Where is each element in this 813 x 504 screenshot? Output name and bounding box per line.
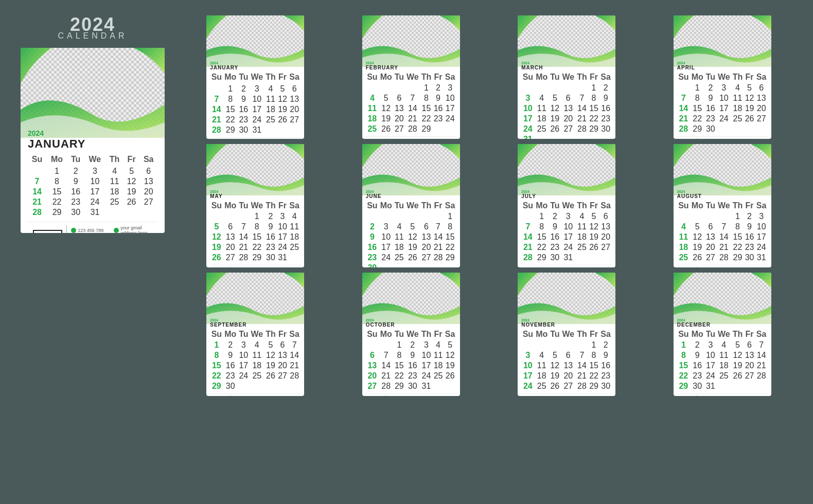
day-cell: 29 <box>731 253 744 263</box>
day-cell: 24 <box>716 114 731 124</box>
day-cell: 13 <box>223 232 238 242</box>
month-card-february: 2024FEBRUARYSuMoTuWeThFrSa12345678910111… <box>362 15 460 139</box>
day-cell: 1 <box>420 83 432 93</box>
day-cell: 26 <box>210 253 223 263</box>
day-cell: 27 <box>705 253 717 263</box>
footer-divider-small <box>697 395 697 396</box>
day-cell: 23 <box>599 114 612 124</box>
day-header: Sa <box>288 71 301 83</box>
day-cell: 6 <box>599 211 612 222</box>
footer-divider-small <box>541 267 542 267</box>
day-cell: 19 <box>444 361 456 371</box>
small-cal-content: 2024MARCHSuMoTuWeThFrSa12345678910111213… <box>518 59 615 139</box>
small-email: your gmail address here <box>733 395 765 396</box>
day-cell: 6 <box>366 350 379 361</box>
day-cell: 2 <box>238 84 250 94</box>
day-cell: 25 <box>250 371 264 381</box>
small-email: your gmail address here <box>577 267 609 267</box>
day-cell: 24 <box>250 115 264 125</box>
day-cell <box>277 381 288 391</box>
day-cell: 11 <box>677 232 690 242</box>
day-cell: 6 <box>139 166 157 176</box>
small-contact: 123 456 789 your office address here <box>388 395 419 396</box>
small-phone-text: 123 456 789 <box>392 138 406 139</box>
small-grid: SuMoTuWeThFrSa12345678910111213141516171… <box>677 200 768 263</box>
day-header: Sa <box>288 200 301 211</box>
month-card-august: 2024AUGUSTSuMoTuWeThFrSa1234567891011121… <box>674 144 771 267</box>
day-cell: 16 <box>433 103 444 114</box>
day-cell: 17 <box>521 371 534 381</box>
month-label: DECEMBER <box>677 322 768 328</box>
day-cell <box>521 340 534 350</box>
month-card-july: 2024JULYSuMoTuWeThFrSa123456789101112131… <box>518 144 615 267</box>
day-cell: 9 <box>67 176 84 187</box>
day-cell: 28 <box>405 124 420 134</box>
day-header: Tu <box>238 71 250 83</box>
day-cell <box>394 83 405 93</box>
small-email: your gmail address here <box>577 395 609 396</box>
day-cell: 25 <box>105 197 123 207</box>
month-wrapper-june: 2024JUNESuMoTuWeThFrSa123456789101112131… <box>336 144 487 267</box>
small-cal-content: 2024FEBRUARYSuMoTuWeThFrSa12345678910111… <box>362 59 460 139</box>
day-cell: 16 <box>366 242 379 253</box>
day-cell: 28 <box>576 381 588 391</box>
day-cell: 24 <box>755 242 768 253</box>
day-cell: 23 <box>690 371 705 381</box>
day-cell: 5 <box>549 350 561 361</box>
day-cell: 28 <box>433 253 444 263</box>
day-header: Su <box>521 71 534 83</box>
day-cell <box>599 134 612 139</box>
day-cell: 14 <box>379 361 394 371</box>
day-header: Fr <box>744 71 755 83</box>
day-cell: 23 <box>223 371 238 381</box>
day-cell: 22 <box>394 371 405 381</box>
day-cell: 11 <box>288 222 301 232</box>
day-cell: 12 <box>588 222 599 232</box>
day-cell: 4 <box>576 211 588 222</box>
small-contact: 123 456 789 your office address here <box>699 395 731 396</box>
day-cell <box>549 83 561 93</box>
day-cell: 30 <box>67 207 84 218</box>
small-contact: 123 456 789 your office address here <box>699 138 731 139</box>
day-cell <box>705 211 717 222</box>
day-cell <box>535 83 550 93</box>
day-header: We <box>405 200 420 211</box>
day-cell <box>433 381 444 391</box>
day-cell: 23 <box>705 114 717 124</box>
day-cell <box>561 340 576 350</box>
day-cell: 14 <box>677 103 690 114</box>
day-cell: 13 <box>755 93 768 103</box>
day-cell: 4 <box>433 340 444 350</box>
day-cell: 30 <box>690 381 705 391</box>
day-header: Mo <box>379 71 394 83</box>
small-email: your gmail address here <box>266 267 297 267</box>
day-cell: 5 <box>549 93 561 103</box>
day-cell: 20 <box>755 103 768 114</box>
year-label: 2024 <box>521 190 612 193</box>
day-cell <box>288 125 301 135</box>
month-card-june: 2024JUNESuMoTuWeThFrSa123456789101112131… <box>362 144 460 267</box>
day-cell: 15 <box>394 361 405 371</box>
day-cell <box>576 253 588 263</box>
day-cell: 10 <box>705 350 717 361</box>
day-cell: 22 <box>535 242 550 253</box>
day-cell: 20 <box>139 187 157 197</box>
day-cell <box>405 83 420 93</box>
day-cell <box>238 381 250 391</box>
day-header: Mo <box>535 71 550 83</box>
phone-icon <box>71 228 76 233</box>
day-header: Th <box>264 200 277 211</box>
day-cell: 28 <box>755 371 768 381</box>
month-card-march: 2024MARCHSuMoTuWeThFrSa12345678910111213… <box>518 15 615 139</box>
day-cell: 16 <box>238 104 250 115</box>
day-header: Th <box>731 329 744 340</box>
day-cell: 14 <box>755 350 768 361</box>
day-cell: 30 <box>599 124 612 134</box>
day-cell: 22 <box>250 242 264 253</box>
month-label: JANUARY <box>210 65 301 70</box>
logo-text-large: LOGO <box>33 230 62 233</box>
small-phone-icon <box>233 267 235 268</box>
day-cell: 4 <box>288 211 301 222</box>
day-cell: 3 <box>705 340 717 350</box>
day-cell: 1 <box>444 211 456 222</box>
